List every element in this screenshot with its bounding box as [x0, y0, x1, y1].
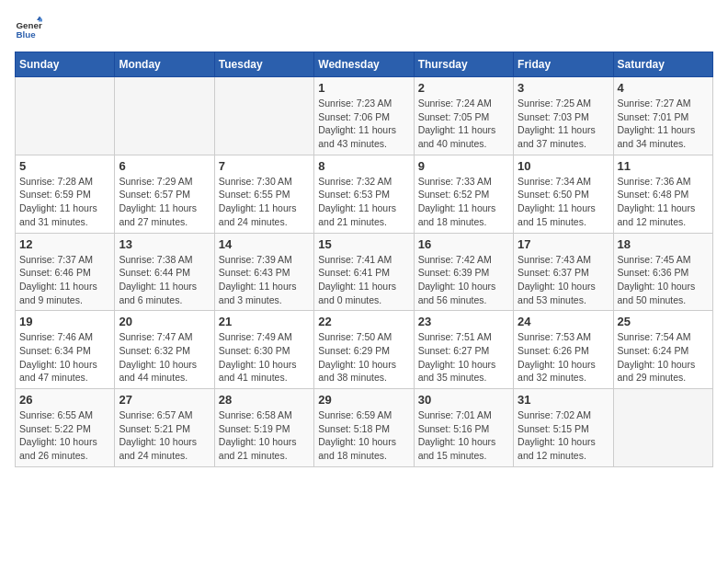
day-info: Sunrise: 7:24 AMSunset: 7:05 PMDaylight:…	[418, 97, 509, 151]
calendar-cell: 22Sunrise: 7:50 AMSunset: 6:29 PMDayligh…	[314, 311, 414, 389]
day-number: 19	[19, 315, 110, 328]
day-info: Sunrise: 7:34 AMSunset: 6:50 PMDaylight:…	[518, 175, 609, 229]
day-number: 27	[119, 393, 210, 407]
calendar-cell: 27Sunrise: 6:57 AMSunset: 5:21 PMDayligh…	[115, 389, 214, 467]
calendar-cell: 24Sunrise: 7:53 AMSunset: 6:26 PMDayligh…	[514, 311, 613, 389]
calendar-cell: 30Sunrise: 7:01 AMSunset: 5:16 PMDayligh…	[414, 389, 513, 467]
day-number: 21	[219, 315, 310, 328]
weekday-header-wednesday: Wednesday	[314, 52, 414, 77]
day-number: 17	[518, 237, 609, 251]
day-number: 8	[318, 159, 409, 173]
day-info: Sunrise: 7:38 AMSunset: 6:44 PMDaylight:…	[119, 253, 210, 307]
calendar-cell: 29Sunrise: 6:59 AMSunset: 5:18 PMDayligh…	[314, 389, 414, 467]
calendar-cell: 19Sunrise: 7:46 AMSunset: 6:34 PMDayligh…	[16, 311, 115, 389]
weekday-header-sunday: Sunday	[16, 52, 115, 77]
logo-icon: General Blue	[15, 15, 42, 42]
day-number: 24	[518, 315, 609, 328]
calendar-cell: 16Sunrise: 7:42 AMSunset: 6:39 PMDayligh…	[414, 233, 513, 311]
day-info: Sunrise: 7:46 AMSunset: 6:34 PMDaylight:…	[19, 330, 110, 385]
day-number: 31	[518, 393, 609, 407]
day-info: Sunrise: 6:57 AMSunset: 5:21 PMDaylight:…	[119, 408, 210, 463]
day-number: 2	[418, 81, 509, 95]
day-number: 23	[418, 315, 509, 328]
calendar-cell: 2Sunrise: 7:24 AMSunset: 7:05 PMDaylight…	[414, 77, 513, 155]
day-number: 22	[318, 315, 409, 328]
day-info: Sunrise: 7:49 AMSunset: 6:30 PMDaylight:…	[219, 330, 310, 385]
calendar-cell: 18Sunrise: 7:45 AMSunset: 6:36 PMDayligh…	[613, 233, 712, 311]
day-info: Sunrise: 7:33 AMSunset: 6:52 PMDaylight:…	[418, 175, 509, 229]
day-number: 7	[219, 159, 310, 173]
logo: General Blue	[15, 15, 46, 42]
calendar-cell: 14Sunrise: 7:39 AMSunset: 6:43 PMDayligh…	[214, 233, 313, 311]
calendar-week-row: 1Sunrise: 7:23 AMSunset: 7:06 PMDaylight…	[16, 77, 713, 155]
calendar-cell: 10Sunrise: 7:34 AMSunset: 6:50 PMDayligh…	[514, 155, 613, 233]
day-number: 1	[318, 81, 409, 95]
day-info: Sunrise: 7:42 AMSunset: 6:39 PMDaylight:…	[418, 253, 509, 307]
day-number: 10	[518, 159, 609, 173]
weekday-header-tuesday: Tuesday	[214, 52, 313, 77]
day-number: 18	[618, 237, 709, 251]
day-info: Sunrise: 7:43 AMSunset: 6:37 PMDaylight:…	[518, 253, 609, 307]
day-number: 28	[219, 393, 310, 407]
day-number: 26	[19, 393, 110, 407]
weekday-header-row: SundayMondayTuesdayWednesdayThursdayFrid…	[16, 52, 713, 77]
calendar-cell: 17Sunrise: 7:43 AMSunset: 6:37 PMDayligh…	[514, 233, 613, 311]
day-info: Sunrise: 7:29 AMSunset: 6:57 PMDaylight:…	[119, 175, 210, 229]
day-info: Sunrise: 7:23 AMSunset: 7:06 PMDaylight:…	[318, 97, 409, 151]
day-number: 25	[618, 315, 709, 328]
day-info: Sunrise: 6:59 AMSunset: 5:18 PMDaylight:…	[318, 408, 409, 463]
calendar-cell: 3Sunrise: 7:25 AMSunset: 7:03 PMDaylight…	[514, 77, 613, 155]
weekday-header-thursday: Thursday	[414, 52, 513, 77]
calendar-cell: 25Sunrise: 7:54 AMSunset: 6:24 PMDayligh…	[613, 311, 712, 389]
calendar-cell	[16, 77, 115, 155]
day-info: Sunrise: 7:32 AMSunset: 6:53 PMDaylight:…	[318, 175, 409, 229]
calendar-cell: 12Sunrise: 7:37 AMSunset: 6:46 PMDayligh…	[16, 233, 115, 311]
page-header: General Blue	[15, 15, 713, 42]
day-number: 9	[418, 159, 509, 173]
day-info: Sunrise: 7:37 AMSunset: 6:46 PMDaylight:…	[19, 253, 110, 307]
calendar-cell: 21Sunrise: 7:49 AMSunset: 6:30 PMDayligh…	[214, 311, 313, 389]
calendar-header: SundayMondayTuesdayWednesdayThursdayFrid…	[16, 52, 713, 77]
day-info: Sunrise: 7:36 AMSunset: 6:48 PMDaylight:…	[618, 175, 709, 229]
calendar-body: 1Sunrise: 7:23 AMSunset: 7:06 PMDaylight…	[16, 77, 713, 467]
weekday-header-saturday: Saturday	[613, 52, 712, 77]
calendar-cell: 11Sunrise: 7:36 AMSunset: 6:48 PMDayligh…	[613, 155, 712, 233]
day-number: 13	[119, 237, 210, 251]
day-number: 5	[19, 159, 110, 173]
day-info: Sunrise: 7:45 AMSunset: 6:36 PMDaylight:…	[618, 253, 709, 307]
calendar-cell: 23Sunrise: 7:51 AMSunset: 6:27 PMDayligh…	[414, 311, 513, 389]
day-info: Sunrise: 7:30 AMSunset: 6:55 PMDaylight:…	[219, 175, 310, 229]
calendar-cell	[613, 389, 712, 467]
calendar-cell	[115, 77, 214, 155]
day-info: Sunrise: 7:50 AMSunset: 6:29 PMDaylight:…	[318, 330, 409, 385]
day-number: 16	[418, 237, 509, 251]
calendar-week-row: 12Sunrise: 7:37 AMSunset: 6:46 PMDayligh…	[16, 233, 713, 311]
day-number: 3	[518, 81, 609, 95]
day-info: Sunrise: 6:55 AMSunset: 5:22 PMDaylight:…	[19, 408, 110, 463]
calendar-cell: 28Sunrise: 6:58 AMSunset: 5:19 PMDayligh…	[214, 389, 313, 467]
day-info: Sunrise: 7:53 AMSunset: 6:26 PMDaylight:…	[518, 330, 609, 385]
day-info: Sunrise: 7:01 AMSunset: 5:16 PMDaylight:…	[418, 408, 509, 463]
day-info: Sunrise: 7:39 AMSunset: 6:43 PMDaylight:…	[219, 253, 310, 307]
calendar-week-row: 26Sunrise: 6:55 AMSunset: 5:22 PMDayligh…	[16, 389, 713, 467]
day-info: Sunrise: 7:47 AMSunset: 6:32 PMDaylight:…	[119, 330, 210, 385]
day-number: 20	[119, 315, 210, 328]
weekday-header-friday: Friday	[514, 52, 613, 77]
day-info: Sunrise: 7:28 AMSunset: 6:59 PMDaylight:…	[19, 175, 110, 229]
calendar-week-row: 19Sunrise: 7:46 AMSunset: 6:34 PMDayligh…	[16, 311, 713, 389]
calendar-cell: 7Sunrise: 7:30 AMSunset: 6:55 PMDaylight…	[214, 155, 313, 233]
calendar-table: SundayMondayTuesdayWednesdayThursdayFrid…	[15, 52, 713, 467]
calendar-cell: 15Sunrise: 7:41 AMSunset: 6:41 PMDayligh…	[314, 233, 414, 311]
day-info: Sunrise: 7:51 AMSunset: 6:27 PMDaylight:…	[418, 330, 509, 385]
day-number: 4	[618, 81, 709, 95]
day-number: 11	[618, 159, 709, 173]
day-info: Sunrise: 7:27 AMSunset: 7:01 PMDaylight:…	[618, 97, 709, 151]
weekday-header-monday: Monday	[115, 52, 214, 77]
day-number: 14	[219, 237, 310, 251]
day-info: Sunrise: 7:41 AMSunset: 6:41 PMDaylight:…	[318, 253, 409, 307]
calendar-cell: 26Sunrise: 6:55 AMSunset: 5:22 PMDayligh…	[16, 389, 115, 467]
calendar-cell	[214, 77, 313, 155]
day-info: Sunrise: 7:54 AMSunset: 6:24 PMDaylight:…	[618, 330, 709, 385]
day-number: 15	[318, 237, 409, 251]
calendar-cell: 1Sunrise: 7:23 AMSunset: 7:06 PMDaylight…	[314, 77, 414, 155]
